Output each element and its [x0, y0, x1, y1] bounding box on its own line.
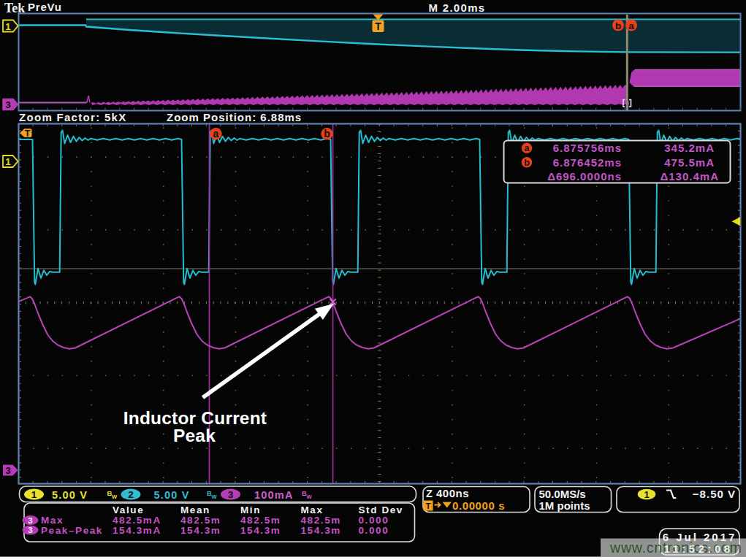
svg-text:Peak: Peak	[173, 426, 216, 445]
svg-text:50.0MS/s: 50.0MS/s	[539, 488, 586, 500]
svg-text:3: 3	[28, 516, 32, 525]
svg-text:M 2.00ms: M 2.00ms	[429, 1, 486, 14]
svg-text:b: b	[615, 20, 621, 31]
svg-text:W: W	[112, 494, 118, 500]
svg-text:3: 3	[5, 465, 10, 476]
svg-text:Z: Z	[426, 488, 433, 499]
svg-text:400ns: 400ns	[436, 487, 469, 499]
svg-text:475.5mA: 475.5mA	[664, 156, 715, 169]
svg-text:W: W	[307, 494, 313, 500]
svg-text:Δ696.0000ns: Δ696.0000ns	[547, 170, 622, 183]
svg-text:5.00 V: 5.00 V	[154, 489, 190, 501]
svg-text:a: a	[628, 20, 634, 31]
svg-text:345.2mA: 345.2mA	[664, 142, 715, 154]
svg-text:154.3m: 154.3m	[240, 525, 281, 536]
svg-text:2: 2	[128, 489, 134, 500]
svg-text:1: 1	[31, 489, 37, 500]
svg-text:Std Dev: Std Dev	[359, 505, 403, 515]
svg-text:Inductor Current: Inductor Current	[123, 408, 267, 428]
svg-text:Zoom Factor: 5kX: Zoom Factor: 5kX	[19, 111, 127, 123]
svg-text:1M points: 1M points	[539, 499, 590, 512]
svg-text:T: T	[425, 502, 430, 510]
svg-text:6.876452ms: 6.876452ms	[553, 156, 622, 169]
svg-text:Mean: Mean	[180, 505, 210, 515]
svg-text:0.000: 0.000	[359, 525, 389, 536]
svg-text:154.3m: 154.3m	[180, 525, 221, 536]
svg-text:100mA: 100mA	[254, 489, 294, 501]
svg-text:Δ130.4mA: Δ130.4mA	[661, 170, 720, 183]
svg-text:Max: Max	[301, 505, 324, 515]
svg-text:Zoom Position: 6.88ms: Zoom Position: 6.88ms	[167, 111, 302, 123]
svg-text:T: T	[25, 129, 31, 139]
svg-text:Min: Min	[240, 505, 261, 515]
svg-text:154.3mA: 154.3mA	[113, 525, 161, 536]
svg-text:PreVu: PreVu	[28, 1, 62, 13]
svg-text:a: a	[213, 128, 219, 139]
svg-text:0.00000 s: 0.00000 s	[452, 499, 505, 512]
svg-text:1: 1	[5, 21, 11, 32]
svg-text:b: b	[324, 128, 330, 139]
svg-text:3: 3	[28, 526, 32, 534]
svg-text:5.00 V: 5.00 V	[52, 489, 88, 501]
svg-text:b: b	[524, 158, 530, 168]
svg-text:T: T	[375, 20, 381, 32]
svg-text:3: 3	[228, 489, 234, 500]
svg-text:154.3m: 154.3m	[301, 525, 341, 536]
svg-text:3: 3	[5, 99, 10, 110]
svg-text:Peak–Peak: Peak–Peak	[41, 525, 103, 536]
svg-text:1: 1	[5, 156, 11, 167]
svg-text:−8.50 V: −8.50 V	[693, 488, 736, 500]
svg-text:6.875756ms: 6.875756ms	[553, 142, 622, 154]
svg-text:a: a	[525, 143, 530, 153]
svg-text:11:52:08: 11:52:08	[663, 542, 733, 555]
svg-text:W: W	[212, 494, 218, 500]
svg-text:Value: Value	[113, 505, 144, 515]
svg-text:1: 1	[644, 489, 649, 500]
